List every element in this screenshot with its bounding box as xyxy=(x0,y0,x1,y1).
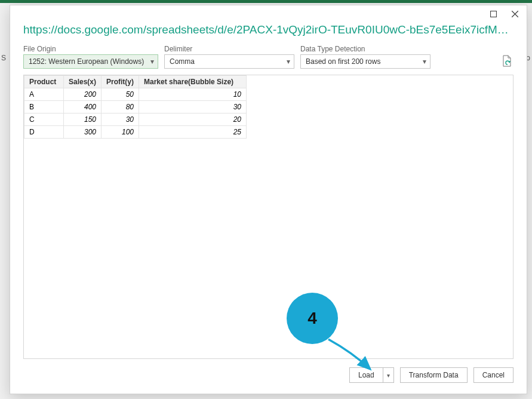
cell: 100 xyxy=(102,126,139,139)
column-header[interactable]: Market share(Bubble Size) xyxy=(139,76,247,88)
cell: 10 xyxy=(139,88,247,101)
cell: 300 xyxy=(64,126,102,139)
svg-rect-0 xyxy=(490,11,496,17)
data-preview-pane: Product Sales(x) Profit(y) Market share(… xyxy=(23,75,513,359)
load-dropdown-button[interactable]: ▾ xyxy=(383,367,394,383)
cell: 50 xyxy=(102,88,139,101)
cell: B xyxy=(24,101,64,113)
dialog-footer: Load ▾ Transform Data Cancel xyxy=(23,359,513,383)
cell: 30 xyxy=(102,113,139,126)
source-url-title: https://docs.google.com/spreadsheets/d/e… xyxy=(23,23,513,36)
detection-value: Based on first 200 rows xyxy=(306,57,380,66)
table-row: A 200 50 10 xyxy=(24,88,247,101)
detection-select[interactable]: Based on first 200 rows ▾ xyxy=(300,54,430,69)
column-header[interactable]: Product xyxy=(24,76,64,88)
cell: 80 xyxy=(102,101,139,113)
table-header-row: Product Sales(x) Profit(y) Market share(… xyxy=(24,76,247,88)
cell: 20 xyxy=(139,113,247,126)
maximize-icon xyxy=(490,11,497,17)
close-button[interactable] xyxy=(506,7,523,20)
cell: 200 xyxy=(64,88,102,101)
column-header[interactable]: Sales(x) xyxy=(64,76,102,88)
chevron-down-icon: ▾ xyxy=(287,57,290,66)
load-button[interactable]: Load xyxy=(349,367,383,383)
cell: 400 xyxy=(64,101,102,113)
cell: D xyxy=(24,126,64,139)
cell: C xyxy=(24,113,64,126)
chevron-down-icon: ▾ xyxy=(150,57,154,66)
file-origin-label: File Origin xyxy=(23,45,158,53)
document-refresh-icon xyxy=(502,55,512,67)
preview-table: Product Sales(x) Profit(y) Market share(… xyxy=(24,75,247,139)
cell: 25 xyxy=(139,126,247,139)
load-split-button: Load ▾ xyxy=(349,367,394,383)
delimiter-select[interactable]: Comma ▾ xyxy=(164,54,294,69)
table-row: D 300 100 25 xyxy=(24,126,247,139)
chevron-down-icon: ▾ xyxy=(423,57,426,66)
extract-table-button[interactable] xyxy=(500,53,513,69)
column-header[interactable]: Profit(y) xyxy=(102,76,139,88)
cancel-button[interactable]: Cancel xyxy=(473,367,513,383)
transform-data-button[interactable]: Transform Data xyxy=(400,367,468,383)
close-icon xyxy=(512,11,518,17)
file-origin-value: 1252: Western European (Windows) xyxy=(29,57,144,66)
import-preview-dialog: https://docs.google.com/spreadsheets/d/e… xyxy=(10,5,527,394)
chevron-down-icon: ▾ xyxy=(387,372,390,379)
delimiter-value: Comma xyxy=(170,57,195,66)
import-settings-row: File Origin 1252: Western European (Wind… xyxy=(23,45,513,69)
background-hint-left: S xyxy=(1,54,6,62)
cell: A xyxy=(24,88,64,101)
delimiter-label: Delimiter xyxy=(164,45,294,53)
file-origin-select[interactable]: 1252: Western European (Windows) ▾ xyxy=(23,54,158,69)
titlebar xyxy=(10,5,527,22)
detection-label: Data Type Detection xyxy=(300,45,430,53)
cell: 30 xyxy=(139,101,247,113)
maximize-button[interactable] xyxy=(485,7,502,20)
table-row: B 400 80 30 xyxy=(24,101,247,113)
table-row: C 150 30 20 xyxy=(24,113,247,126)
cell: 150 xyxy=(64,113,102,126)
